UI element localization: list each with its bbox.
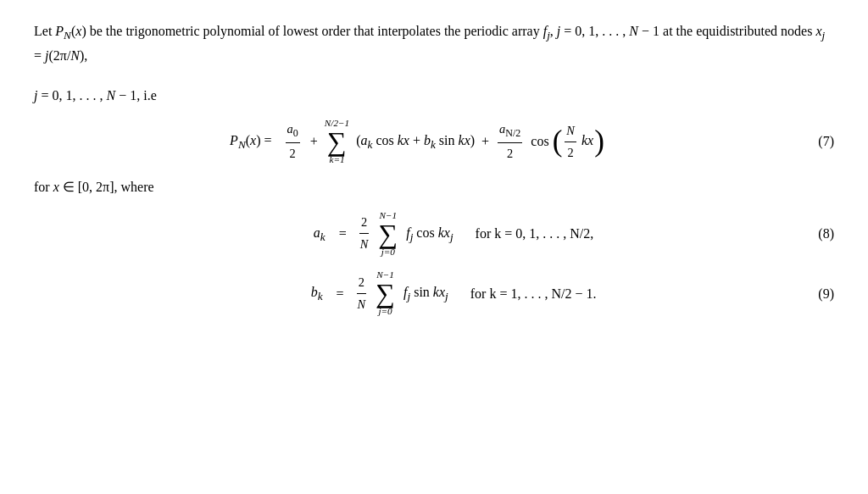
eq7-paren-content: N 2 kx (563, 121, 593, 163)
eq9-sum-body: fj sin kxj (403, 281, 448, 306)
eq9-formula: bk = 2 N N−1 ∑ j=0 fj sin kxj for k = (34, 270, 800, 316)
eq8-lhs: ak (241, 222, 326, 247)
eq7-an2-frac: aN/2 2 (496, 119, 524, 164)
main-content: Let PN(x) be the trigonometric polynomia… (34, 20, 834, 325)
eq8-formula: ak = 2 N N−1 ∑ j=0 fj cos kxj for k = (34, 211, 800, 257)
eq8-sum-body: fj cos kxj (406, 222, 453, 247)
eq7-lhs: PN(x) = (230, 130, 271, 154)
eq7-number: (7) (800, 130, 834, 153)
eq9-lhs: bk (238, 281, 323, 306)
eq9-number: (9) (800, 283, 834, 305)
eq7-big-paren-left: ( (553, 128, 563, 155)
eq9-frac: 2 N (354, 273, 370, 314)
equation-8: ak = 2 N N−1 ∑ j=0 fj cos kxj for k = (34, 211, 834, 257)
eq7-sum-body: (ak cos kx + bk sin kx) (356, 130, 475, 154)
eq7-sum: N/2−1 ∑ k=1 (325, 119, 349, 164)
eq9-equals: = (337, 283, 344, 305)
intro-paragraph: Let PN(x) be the trigonometric polynomia… (34, 20, 834, 68)
eq7-big-paren-right: ) (594, 128, 604, 155)
eq7-plus1: + (310, 130, 318, 153)
eq8-number: (8) (800, 223, 834, 245)
eq9-sum: N−1 ∑ j=0 (376, 270, 395, 316)
equation-9: bk = 2 N N−1 ∑ j=0 fj sin kxj for k = (34, 270, 834, 316)
eq7-plus2: + (481, 130, 489, 153)
j-line: j = 0, 1, . . . , N − 1, i.e (34, 85, 834, 107)
eq7-cos: cos (531, 130, 548, 153)
eq9-desc: for k = 1, . . . , N/2 − 1. (470, 283, 597, 305)
equation-7: PN(x) = a0 2 + N/2−1 ∑ k=1 (ak cos kx + … (34, 119, 834, 164)
eq8-frac: 2 N (357, 213, 372, 254)
eq8-equals: = (339, 223, 347, 245)
eq8-sum: N−1 ∑ j=0 (378, 211, 398, 257)
eq8-desc: for k = 0, 1, . . . , N/2, (476, 223, 594, 245)
for-x-line: for x ∈ [0, 2π], where (34, 176, 834, 198)
eq7-a0-frac: a0 2 (284, 119, 302, 164)
eq7-formula: PN(x) = a0 2 + N/2−1 ∑ k=1 (ak cos kx + … (34, 119, 800, 164)
